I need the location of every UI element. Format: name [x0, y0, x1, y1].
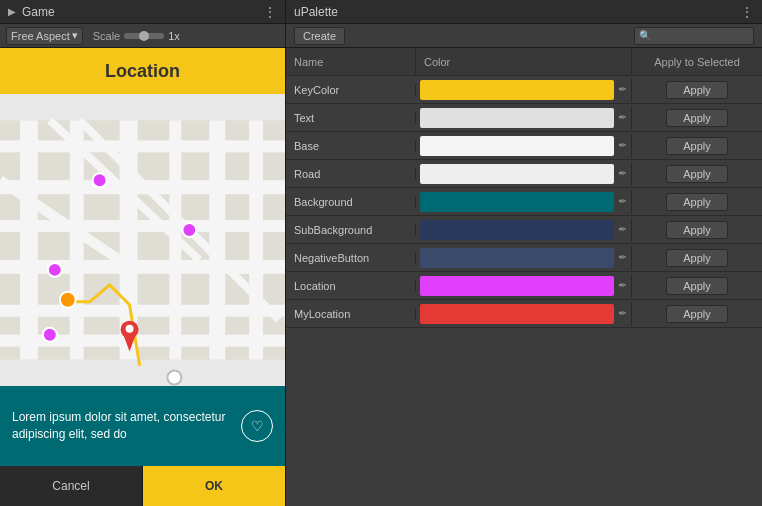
- row-name-8: MyLocation: [286, 308, 416, 320]
- apply-button-3[interactable]: Apply: [666, 165, 728, 183]
- svg-rect-10: [0, 260, 285, 274]
- aspect-label: Free Aspect: [11, 30, 70, 42]
- svg-point-21: [167, 371, 181, 385]
- color-swatch-6[interactable]: [420, 248, 614, 268]
- row-color-area-4: ✒: [416, 190, 632, 214]
- col-name-header: Name: [286, 48, 416, 75]
- svg-rect-6: [249, 120, 263, 359]
- svg-point-24: [126, 325, 134, 333]
- search-icon: 🔍: [639, 30, 651, 41]
- heart-button[interactable]: ♡: [241, 410, 273, 442]
- row-color-area-3: ✒: [416, 162, 632, 186]
- row-color-area-1: ✒: [416, 106, 632, 130]
- second-bar: Free Aspect ▾ Scale 1x Create 🔍: [0, 24, 762, 48]
- eyedropper-icon-2[interactable]: ✒: [618, 139, 627, 152]
- svg-rect-9: [0, 220, 285, 232]
- palette-toolbar: Create 🔍: [286, 24, 762, 47]
- row-apply-col-8: Apply: [632, 305, 762, 323]
- eyedropper-icon-0[interactable]: ✒: [618, 83, 627, 96]
- palette-title: uPalette: [294, 5, 338, 19]
- apply-button-6[interactable]: Apply: [666, 249, 728, 267]
- apply-button-8[interactable]: Apply: [666, 305, 728, 323]
- eyedropper-icon-3[interactable]: ✒: [618, 167, 627, 180]
- color-swatch-5[interactable]: [420, 220, 614, 240]
- game-view-panel: Location: [0, 48, 286, 506]
- eyedropper-icon-8[interactable]: ✒: [618, 307, 627, 320]
- cancel-button[interactable]: Cancel: [0, 466, 143, 506]
- apply-button-5[interactable]: Apply: [666, 221, 728, 239]
- palette-row: SubBackground ✒ Apply: [286, 216, 762, 244]
- svg-rect-0: [0, 120, 285, 359]
- color-swatch-1[interactable]: [420, 108, 614, 128]
- game-icon: ▶: [8, 6, 16, 17]
- palette-menu-dots[interactable]: ⋮: [740, 4, 754, 20]
- row-name-3: Road: [286, 168, 416, 180]
- game-title: Game: [22, 5, 55, 19]
- svg-rect-7: [0, 140, 285, 152]
- color-swatch-3[interactable]: [420, 164, 614, 184]
- eyedropper-icon-1[interactable]: ✒: [618, 111, 627, 124]
- palette-panel: Name Color Apply to Selected KeyColor ✒ …: [286, 48, 762, 506]
- row-name-6: NegativeButton: [286, 252, 416, 264]
- game-menu-dots[interactable]: ⋮: [263, 4, 277, 20]
- apply-button-7[interactable]: Apply: [666, 277, 728, 295]
- row-apply-col-2: Apply: [632, 137, 762, 155]
- row-apply-col-6: Apply: [632, 249, 762, 267]
- row-color-area-6: ✒: [416, 246, 632, 270]
- scale-slider[interactable]: [124, 33, 164, 39]
- lorem-text: Lorem ipsum dolor sit amet, consectetur …: [12, 409, 231, 443]
- color-swatch-2[interactable]: [420, 136, 614, 156]
- phone-header: Location: [0, 48, 285, 94]
- eyedropper-icon-5[interactable]: ✒: [618, 223, 627, 236]
- color-swatch-0[interactable]: [420, 80, 614, 100]
- palette-rows: KeyColor ✒ Apply Text ✒ Apply Base ✒ App…: [286, 76, 762, 506]
- eyedropper-icon-7[interactable]: ✒: [618, 279, 627, 292]
- phone-info-box: Lorem ipsum dolor sit amet, consectetur …: [0, 386, 285, 466]
- row-name-5: SubBackground: [286, 224, 416, 236]
- row-color-area-2: ✒: [416, 134, 632, 158]
- palette-table-header: Name Color Apply to Selected: [286, 48, 762, 76]
- palette-row: KeyColor ✒ Apply: [286, 76, 762, 104]
- apply-button-1[interactable]: Apply: [666, 109, 728, 127]
- row-name-4: Background: [286, 196, 416, 208]
- row-color-area-7: ✒: [416, 274, 632, 298]
- heart-icon: ♡: [251, 418, 264, 434]
- row-color-area-5: ✒: [416, 218, 632, 242]
- palette-row: Text ✒ Apply: [286, 104, 762, 132]
- scale-value: 1x: [168, 30, 180, 42]
- svg-rect-11: [0, 305, 285, 317]
- main-area: Location: [0, 48, 762, 506]
- map-area: [0, 94, 285, 386]
- game-panel-header: ▶ Game ⋮: [0, 0, 286, 23]
- phone-header-title: Location: [105, 61, 180, 82]
- svg-point-20: [60, 292, 76, 308]
- row-apply-col-3: Apply: [632, 165, 762, 183]
- row-apply-col-4: Apply: [632, 193, 762, 211]
- svg-rect-1: [20, 120, 38, 359]
- palette-row: NegativeButton ✒ Apply: [286, 244, 762, 272]
- search-box[interactable]: 🔍: [634, 27, 754, 45]
- apply-button-0[interactable]: Apply: [666, 81, 728, 99]
- color-swatch-7[interactable]: [420, 276, 614, 296]
- palette-panel-header: uPalette ⋮: [286, 0, 762, 23]
- apply-button-4[interactable]: Apply: [666, 193, 728, 211]
- palette-row: Background ✒ Apply: [286, 188, 762, 216]
- ok-button[interactable]: OK: [143, 466, 285, 506]
- svg-point-18: [48, 263, 62, 277]
- apply-button-2[interactable]: Apply: [666, 137, 728, 155]
- row-apply-col-5: Apply: [632, 221, 762, 239]
- row-color-area-8: ✒: [416, 302, 632, 326]
- eyedropper-icon-4[interactable]: ✒: [618, 195, 627, 208]
- phone-screen: Location: [0, 48, 285, 506]
- create-button[interactable]: Create: [294, 27, 345, 45]
- color-swatch-4[interactable]: [420, 192, 614, 212]
- svg-point-16: [93, 173, 107, 187]
- color-swatch-8[interactable]: [420, 304, 614, 324]
- aspect-select[interactable]: Free Aspect ▾: [6, 27, 83, 45]
- col-color-header: Color: [416, 48, 632, 75]
- row-name-2: Base: [286, 140, 416, 152]
- row-name-7: Location: [286, 280, 416, 292]
- row-apply-col-0: Apply: [632, 81, 762, 99]
- scale-label: Scale: [93, 30, 121, 42]
- eyedropper-icon-6[interactable]: ✒: [618, 251, 627, 264]
